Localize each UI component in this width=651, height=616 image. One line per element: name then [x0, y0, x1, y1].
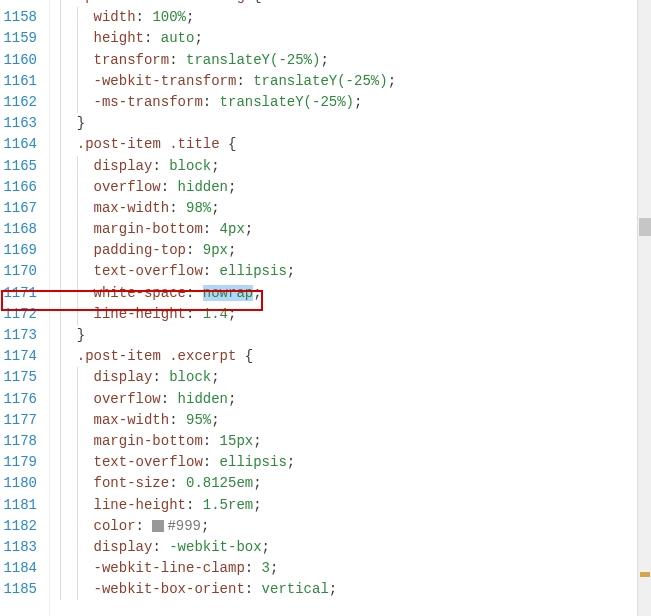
token: -webkit-line-clamp: [94, 560, 245, 576]
code-line[interactable]: width: 100%;: [60, 7, 651, 28]
token: display: [94, 539, 153, 555]
color-swatch-icon: [152, 520, 164, 532]
code-line[interactable]: line-height: 1.5rem;: [60, 495, 651, 516]
token: {: [253, 0, 261, 4]
token: width: [94, 9, 136, 25]
code-line[interactable]: max-width: 98%;: [60, 198, 651, 219]
token: ellipsis: [220, 454, 287, 470]
token: padding-top: [94, 242, 186, 258]
code-line[interactable]: white-space: nowrap;: [60, 283, 651, 304]
line-number: 1167: [0, 198, 37, 219]
code-line[interactable]: line-height: 1.4;: [60, 304, 651, 325]
code-line[interactable]: text-overflow: ellipsis;: [60, 261, 651, 282]
token: ;: [228, 179, 236, 195]
token: max-width: [94, 200, 170, 216]
code-line[interactable]: margin-bottom: 15px;: [60, 431, 651, 452]
code-line[interactable]: .post-item .excerpt {: [60, 346, 651, 367]
code-line[interactable]: display: block;: [60, 156, 651, 177]
code-line[interactable]: overflow: hidden;: [60, 389, 651, 410]
token: :: [203, 454, 220, 470]
token: text-overflow: [94, 454, 203, 470]
token: margin-bottom: [94, 221, 203, 237]
token: -webkit-box: [169, 539, 261, 555]
line-number: 1168: [0, 219, 37, 240]
code-line[interactable]: transform: translateY(-25%);: [60, 50, 651, 71]
token: 1.5rem: [203, 497, 253, 513]
line-number: 1177: [0, 410, 37, 431]
scrollbar-thumb[interactable]: [639, 218, 651, 236]
token: 1.4: [203, 306, 228, 322]
line-number: 1178: [0, 431, 37, 452]
line-number: 1163: [0, 113, 37, 134]
token: ;: [329, 581, 337, 597]
line-number: 1174: [0, 346, 37, 367]
line-number: 1170: [0, 261, 37, 282]
code-line[interactable]: -ms-transform: translateY(-25%);: [60, 92, 651, 113]
token: -webkit-box-orient: [94, 581, 245, 597]
code-line[interactable]: }: [60, 113, 651, 134]
token: ;: [253, 433, 261, 449]
token: ;: [287, 454, 295, 470]
line-number: 1180: [0, 473, 37, 494]
line-number: 1173: [0, 325, 37, 346]
token: translateY(-25%): [186, 52, 320, 68]
token: :: [161, 179, 178, 195]
token: 100%: [152, 9, 186, 25]
token: .post-item .thum img: [77, 0, 253, 4]
code-line[interactable]: max-width: 95%;: [60, 410, 651, 431]
token: margin-bottom: [94, 433, 203, 449]
token: 9px: [203, 242, 228, 258]
line-number: 1157: [0, 0, 37, 7]
token: ;: [253, 475, 261, 491]
code-line[interactable]: text-overflow: ellipsis;: [60, 452, 651, 473]
token: text-overflow: [94, 263, 203, 279]
code-line[interactable]: }: [60, 325, 651, 346]
line-number: 1158: [0, 7, 37, 28]
code-line[interactable]: -webkit-transform: translateY(-25%);: [60, 71, 651, 92]
token: ;: [245, 221, 253, 237]
token: block: [169, 158, 211, 174]
line-number: 1160: [0, 50, 37, 71]
token: ;: [211, 369, 219, 385]
code-line[interactable]: -webkit-box-orient: vertical;: [60, 579, 651, 600]
code-line[interactable]: display: -webkit-box;: [60, 537, 651, 558]
code-line[interactable]: .post-item .thum img {: [60, 0, 651, 7]
code-line[interactable]: color: #999;: [60, 516, 651, 537]
line-number: 1185: [0, 579, 37, 600]
code-line[interactable]: .post-item .title {: [60, 134, 651, 155]
line-number: 1182: [0, 516, 37, 537]
token: :: [203, 433, 220, 449]
code-line[interactable]: height: auto;: [60, 28, 651, 49]
token: :: [161, 391, 178, 407]
token: translateY(-25%): [253, 73, 387, 89]
code-line[interactable]: font-size: 0.8125em;: [60, 473, 651, 494]
token: translateY(-25%): [220, 94, 354, 110]
token: :: [186, 306, 203, 322]
vertical-scrollbar[interactable]: [637, 0, 651, 616]
token: .post-item .title: [77, 136, 228, 152]
token: display: [94, 369, 153, 385]
token: ;: [194, 30, 202, 46]
token: ;: [228, 391, 236, 407]
code-area[interactable]: .post-item .thum img {width: 100%;height…: [50, 0, 651, 616]
token: auto: [161, 30, 195, 46]
token: nowrap: [203, 285, 253, 301]
line-number: 1164: [0, 134, 37, 155]
token: transform: [94, 52, 170, 68]
code-line[interactable]: -webkit-line-clamp: 3;: [60, 558, 651, 579]
token: :: [186, 285, 203, 301]
line-number: 1159: [0, 28, 37, 49]
token: }: [77, 115, 85, 131]
code-line[interactable]: padding-top: 9px;: [60, 240, 651, 261]
code-line[interactable]: display: block;: [60, 367, 651, 388]
line-number: 1165: [0, 156, 37, 177]
code-line[interactable]: margin-bottom: 4px;: [60, 219, 651, 240]
token: :: [169, 412, 186, 428]
code-editor[interactable]: 1157115811591160116111621163116411651166…: [0, 0, 651, 616]
token: ;: [211, 200, 219, 216]
line-number: 1175: [0, 367, 37, 388]
token: }: [77, 327, 85, 343]
token: :: [152, 539, 169, 555]
code-line[interactable]: overflow: hidden;: [60, 177, 651, 198]
token: vertical: [262, 581, 329, 597]
